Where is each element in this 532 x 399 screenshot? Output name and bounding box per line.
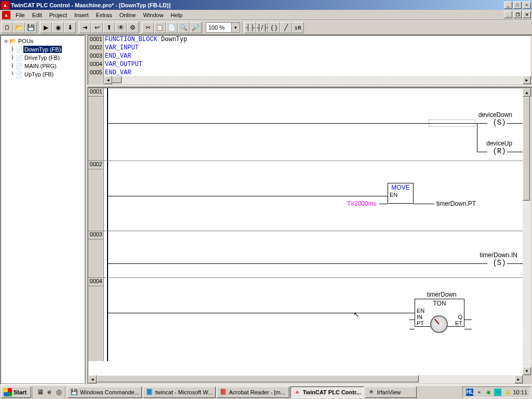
find-button[interactable]: 🔍 (178, 22, 190, 33)
line-number: 0003 (88, 52, 104, 61)
login-button[interactable]: ➜ (79, 22, 91, 33)
scroll-thumb[interactable] (97, 375, 419, 382)
separator (38, 22, 39, 33)
scroll-up-icon[interactable]: ▲ (523, 88, 531, 97)
ladder-h-scrollbar[interactable]: ◄ ► (88, 375, 523, 383)
restore-button[interactable]: ▢ (513, 2, 522, 9)
task-irfanview[interactable]: ✳IrfanView (365, 387, 417, 398)
pin-q: Q (458, 314, 462, 320)
scroll-down-icon[interactable]: ▼ (523, 367, 531, 375)
open-button[interactable]: 📂 (13, 22, 25, 33)
wire (507, 263, 523, 264)
cut-button[interactable]: ✂ (142, 22, 154, 33)
declaration-editor[interactable]: 0001FUNCTION_BLOCK DownTyp 0002VAR_INPUT… (87, 35, 532, 85)
force-button[interactable]: ⚙ (127, 22, 139, 33)
tree-item-drivetyp[interactable]: ├ 📄 DriveTyp (FB) (2, 54, 83, 62)
logout-button[interactable]: ↩ (91, 22, 103, 33)
close-button[interactable]: ✕ (523, 2, 531, 9)
ql-desktop-icon[interactable]: 🖥 (35, 387, 45, 397)
scroll-left-icon[interactable]: ◄ (104, 76, 112, 84)
set-coil[interactable]: (S) (491, 259, 507, 268)
new-button[interactable]: 🗋 (1, 22, 13, 33)
menu-online[interactable]: Online (116, 11, 140, 19)
task-acrobat[interactable]: 📕Acrobat Reader - [m... (217, 387, 289, 398)
wire (409, 320, 415, 320)
separator (65, 387, 66, 398)
clock[interactable]: 10:11 (513, 389, 527, 395)
reset-coil[interactable]: (R) (491, 147, 507, 156)
zoom-input[interactable] (206, 23, 231, 32)
collapse-icon[interactable]: ⊟ (3, 38, 9, 44)
zoom-combo[interactable]: ▼ (206, 22, 240, 33)
run-button[interactable]: ▶ (40, 22, 52, 33)
tree-item-downtyp[interactable]: ├ 📄 DownTyp (FB) (2, 45, 83, 54)
zoom-dropdown-icon[interactable]: ▼ (231, 23, 240, 32)
tree-root[interactable]: ⊟ 📂 POUs (2, 37, 83, 45)
power-rail (107, 88, 108, 161)
menu-extras[interactable]: Extras (92, 11, 115, 19)
pin-label: EN (390, 192, 397, 198)
move-box[interactable]: MOVE EN (388, 183, 414, 204)
rung-number: 0003 (88, 231, 104, 240)
wire (108, 313, 415, 313)
taskbar: Start 🖥 е ◎ 💾Windows Commande... 📘twinca… (0, 384, 532, 399)
tree-item-uptyp[interactable]: └ 📄 UpTyp (FB) (2, 70, 83, 78)
task-commander[interactable]: 💾Windows Commande... (68, 387, 142, 398)
task-twincat[interactable]: 🔺TwinCAT PLC Contr... (290, 387, 364, 398)
tray-icon[interactable]: ▫ (494, 389, 501, 396)
contact-neg-button[interactable]: ┤/├ (256, 22, 268, 33)
set-coil[interactable]: (S) (491, 118, 507, 128)
tray-icon[interactable]: ◉ (485, 389, 492, 396)
scroll-left-icon[interactable]: ◄ (88, 375, 97, 383)
scroll-right-icon[interactable]: ► (514, 375, 523, 383)
scroll-thumb[interactable] (523, 97, 530, 201)
tray-icon[interactable]: HL (466, 389, 473, 396)
tray-expand-icon[interactable]: « (475, 389, 483, 396)
input-value[interactable]: T#2000ms (347, 200, 377, 207)
menu-insert[interactable]: Insert (71, 11, 92, 19)
tray-icon[interactable]: ◪ (503, 389, 511, 396)
leaf-icon: ├ (9, 55, 15, 60)
menu-project[interactable]: Project (46, 11, 71, 19)
scroll-thumb[interactable] (112, 76, 122, 83)
menu-file[interactable]: File (12, 11, 29, 19)
mdi-close-button[interactable]: ✕ (523, 11, 531, 18)
download-button[interactable]: ⬆ (103, 22, 115, 33)
wire (108, 123, 487, 124)
tree-item-main[interactable]: ├ 📄 MAIN (PRG) (2, 62, 83, 70)
decl-h-scrollbar[interactable]: ◄ ► (88, 76, 531, 84)
coil-button[interactable]: ( ) (268, 22, 280, 33)
app-icon: 📘 (145, 388, 154, 396)
ql-media-icon[interactable]: ◎ (54, 387, 63, 397)
output-value[interactable]: timerDown.PT (436, 200, 476, 207)
windows-flag-icon (4, 388, 12, 396)
system-tray[interactable]: HL « ◉ ▫ ◪ 10:11 (462, 387, 531, 398)
wire (108, 196, 388, 196)
menu-edit[interactable]: Edit (29, 11, 46, 19)
ladder-v-scrollbar[interactable]: ▲ ▼ (523, 88, 531, 375)
paste-button[interactable]: 📄 (166, 22, 178, 33)
ladder-editor[interactable]: 0001 deviceDown (S) deviceUp (R) 00 (87, 87, 532, 384)
minimize-button[interactable]: _ (504, 2, 512, 9)
coil-label: timerDown.IN (480, 251, 517, 259)
ql-ie-icon[interactable]: е (45, 387, 54, 397)
contact-button[interactable]: ┤├ (244, 22, 256, 33)
menu-help[interactable]: Help (167, 11, 187, 19)
pou-tree[interactable]: ⊟ 📂 POUs ├ 📄 DownTyp (FB) ├ 📄 DriveTyp (… (1, 36, 84, 383)
monitor-button[interactable]: 👁 (115, 22, 127, 33)
instance-name[interactable]: timerDown (421, 291, 462, 298)
task-word[interactable]: 📘twincat - Microsoft W... (143, 387, 216, 398)
start-button[interactable]: Start (1, 387, 31, 398)
mdi-icon[interactable]: ▲ (2, 11, 10, 19)
stop-button[interactable]: ◉ (52, 22, 64, 33)
step-button[interactable]: ⬇ (64, 22, 76, 33)
menu-window[interactable]: Window (139, 11, 167, 19)
copy-button[interactable]: 📋 (154, 22, 166, 33)
line-button[interactable]: ╱ (280, 22, 292, 33)
save-button[interactable]: 💾 (25, 22, 37, 33)
reset-button[interactable]: sʀ (292, 22, 304, 33)
findnext-button[interactable]: 🔎 (190, 22, 202, 33)
scroll-right-icon[interactable]: ► (523, 76, 531, 84)
mdi-restore-button[interactable]: ❐ (513, 11, 522, 18)
mdi-minimize-button[interactable]: _ (504, 11, 512, 18)
